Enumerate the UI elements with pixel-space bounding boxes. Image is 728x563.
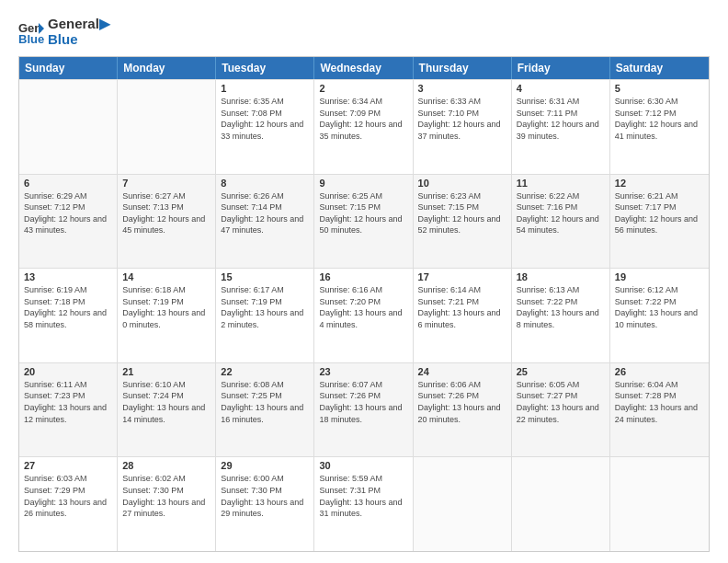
day-info: Sunrise: 6:23 AMSunset: 7:15 PMDaylight:… <box>418 190 506 236</box>
calendar-cell <box>414 457 512 551</box>
calendar-cell: 23Sunrise: 6:07 AMSunset: 7:26 PMDayligh… <box>314 363 413 457</box>
day-info: Sunrise: 6:03 AMSunset: 7:29 PMDaylight:… <box>24 473 112 519</box>
day-number: 8 <box>221 178 309 189</box>
day-info: Sunrise: 6:21 AMSunset: 7:17 PMDaylight:… <box>615 190 704 236</box>
calendar-cell: 12Sunrise: 6:21 AMSunset: 7:17 PMDayligh… <box>610 175 709 269</box>
calendar-cell: 26Sunrise: 6:04 AMSunset: 7:28 PMDayligh… <box>610 363 709 457</box>
calendar-week: 6Sunrise: 6:29 AMSunset: 7:12 PMDaylight… <box>19 174 709 269</box>
day-info: Sunrise: 6:26 AMSunset: 7:14 PMDaylight:… <box>221 190 309 236</box>
day-number: 21 <box>122 366 210 377</box>
calendar-cell: 27Sunrise: 6:03 AMSunset: 7:29 PMDayligh… <box>19 457 118 551</box>
day-number: 17 <box>418 271 506 282</box>
weekday-header: Friday <box>512 57 610 79</box>
day-number: 3 <box>418 83 506 94</box>
day-info: Sunrise: 6:25 AMSunset: 7:15 PMDaylight:… <box>319 190 407 236</box>
day-info: Sunrise: 6:17 AMSunset: 7:19 PMDaylight:… <box>221 284 309 330</box>
calendar-cell: 21Sunrise: 6:10 AMSunset: 7:24 PMDayligh… <box>118 363 216 457</box>
calendar-cell: 9Sunrise: 6:25 AMSunset: 7:15 PMDaylight… <box>314 175 413 269</box>
calendar-cell: 15Sunrise: 6:17 AMSunset: 7:19 PMDayligh… <box>216 269 314 362</box>
calendar-week: 27Sunrise: 6:03 AMSunset: 7:29 PMDayligh… <box>19 456 709 551</box>
calendar-cell: 11Sunrise: 6:22 AMSunset: 7:16 PMDayligh… <box>512 175 610 269</box>
calendar-cell: 3Sunrise: 6:33 AMSunset: 7:10 PMDaylight… <box>414 80 512 174</box>
day-info: Sunrise: 6:13 AMSunset: 7:22 PMDaylight:… <box>517 284 605 330</box>
day-info: Sunrise: 6:19 AMSunset: 7:18 PMDaylight:… <box>24 284 112 330</box>
calendar-cell: 24Sunrise: 6:06 AMSunset: 7:26 PMDayligh… <box>414 363 512 457</box>
calendar-cell <box>610 457 709 551</box>
day-info: Sunrise: 6:16 AMSunset: 7:20 PMDaylight:… <box>319 284 407 330</box>
day-number: 13 <box>24 271 112 282</box>
weekday-header: Wednesday <box>314 57 413 79</box>
day-number: 9 <box>319 178 407 189</box>
calendar-cell <box>118 80 216 174</box>
weekday-header: Saturday <box>610 57 709 79</box>
calendar-week: 13Sunrise: 6:19 AMSunset: 7:18 PMDayligh… <box>19 268 709 362</box>
day-info: Sunrise: 6:05 AMSunset: 7:27 PMDaylight:… <box>517 379 605 425</box>
logo: Gen Blue General▶ Blue <box>18 17 110 47</box>
calendar-cell: 30Sunrise: 5:59 AMSunset: 7:31 PMDayligh… <box>314 457 413 551</box>
calendar-header: SundayMondayTuesdayWednesdayThursdayFrid… <box>19 57 709 79</box>
day-number: 16 <box>319 271 407 282</box>
day-info: Sunrise: 5:59 AMSunset: 7:31 PMDaylight:… <box>319 473 407 519</box>
day-info: Sunrise: 6:07 AMSunset: 7:26 PMDaylight:… <box>319 379 407 425</box>
day-info: Sunrise: 6:29 AMSunset: 7:12 PMDaylight:… <box>24 190 112 236</box>
day-number: 29 <box>221 460 309 471</box>
day-number: 28 <box>122 460 210 471</box>
day-number: 19 <box>615 271 704 282</box>
day-number: 1 <box>221 83 309 94</box>
logo-text: General▶ Blue <box>48 17 110 47</box>
calendar-cell: 2Sunrise: 6:34 AMSunset: 7:09 PMDaylight… <box>314 80 413 174</box>
day-info: Sunrise: 6:27 AMSunset: 7:13 PMDaylight:… <box>122 190 210 236</box>
day-number: 23 <box>319 366 407 377</box>
calendar-body: 1Sunrise: 6:35 AMSunset: 7:08 PMDaylight… <box>19 79 709 551</box>
day-number: 30 <box>319 460 407 471</box>
day-number: 24 <box>418 366 506 377</box>
day-number: 22 <box>221 366 309 377</box>
day-info: Sunrise: 6:35 AMSunset: 7:08 PMDaylight:… <box>221 96 309 142</box>
day-number: 10 <box>418 178 506 189</box>
calendar-cell: 10Sunrise: 6:23 AMSunset: 7:15 PMDayligh… <box>414 175 512 269</box>
calendar-cell: 25Sunrise: 6:05 AMSunset: 7:27 PMDayligh… <box>512 363 610 457</box>
day-number: 7 <box>122 178 210 189</box>
calendar-cell: 17Sunrise: 6:14 AMSunset: 7:21 PMDayligh… <box>414 269 512 362</box>
calendar-cell: 18Sunrise: 6:13 AMSunset: 7:22 PMDayligh… <box>512 269 610 362</box>
day-info: Sunrise: 6:30 AMSunset: 7:12 PMDaylight:… <box>615 96 704 142</box>
calendar-cell <box>19 80 118 174</box>
weekday-header: Tuesday <box>216 57 314 79</box>
calendar-cell: 8Sunrise: 6:26 AMSunset: 7:14 PMDaylight… <box>216 175 314 269</box>
calendar-cell: 1Sunrise: 6:35 AMSunset: 7:08 PMDaylight… <box>216 80 314 174</box>
logo-icon: Gen Blue <box>18 19 44 45</box>
day-info: Sunrise: 6:34 AMSunset: 7:09 PMDaylight:… <box>319 96 407 142</box>
weekday-header: Sunday <box>19 57 118 79</box>
calendar-cell: 29Sunrise: 6:00 AMSunset: 7:30 PMDayligh… <box>216 457 314 551</box>
header: Gen Blue General▶ Blue <box>18 17 710 47</box>
calendar-cell: 20Sunrise: 6:11 AMSunset: 7:23 PMDayligh… <box>19 363 118 457</box>
day-info: Sunrise: 6:00 AMSunset: 7:30 PMDaylight:… <box>221 473 309 519</box>
calendar-cell: 19Sunrise: 6:12 AMSunset: 7:22 PMDayligh… <box>610 269 709 362</box>
day-number: 18 <box>517 271 605 282</box>
day-info: Sunrise: 6:33 AMSunset: 7:10 PMDaylight:… <box>418 96 506 142</box>
day-number: 11 <box>517 178 605 189</box>
weekday-header: Monday <box>118 57 216 79</box>
calendar-cell: 6Sunrise: 6:29 AMSunset: 7:12 PMDaylight… <box>19 175 118 269</box>
calendar-cell: 22Sunrise: 6:08 AMSunset: 7:25 PMDayligh… <box>216 363 314 457</box>
calendar: SundayMondayTuesdayWednesdayThursdayFrid… <box>18 56 710 552</box>
day-number: 12 <box>615 178 704 189</box>
weekday-header: Thursday <box>414 57 512 79</box>
day-info: Sunrise: 6:31 AMSunset: 7:11 PMDaylight:… <box>517 96 605 142</box>
calendar-cell: 13Sunrise: 6:19 AMSunset: 7:18 PMDayligh… <box>19 269 118 362</box>
day-info: Sunrise: 6:04 AMSunset: 7:28 PMDaylight:… <box>615 379 704 425</box>
calendar-cell: 14Sunrise: 6:18 AMSunset: 7:19 PMDayligh… <box>118 269 216 362</box>
calendar-cell: 5Sunrise: 6:30 AMSunset: 7:12 PMDaylight… <box>610 80 709 174</box>
calendar-cell <box>512 457 610 551</box>
calendar-cell: 7Sunrise: 6:27 AMSunset: 7:13 PMDaylight… <box>118 175 216 269</box>
day-number: 14 <box>122 271 210 282</box>
svg-text:Blue: Blue <box>18 32 44 45</box>
day-number: 26 <box>615 366 704 377</box>
day-number: 6 <box>24 178 112 189</box>
calendar-cell: 28Sunrise: 6:02 AMSunset: 7:30 PMDayligh… <box>118 457 216 551</box>
page: Gen Blue General▶ Blue SundayMondayTuesd… <box>0 0 728 563</box>
day-number: 4 <box>517 83 605 94</box>
day-info: Sunrise: 6:18 AMSunset: 7:19 PMDaylight:… <box>122 284 210 330</box>
day-info: Sunrise: 6:12 AMSunset: 7:22 PMDaylight:… <box>615 284 704 330</box>
calendar-cell: 16Sunrise: 6:16 AMSunset: 7:20 PMDayligh… <box>314 269 413 362</box>
